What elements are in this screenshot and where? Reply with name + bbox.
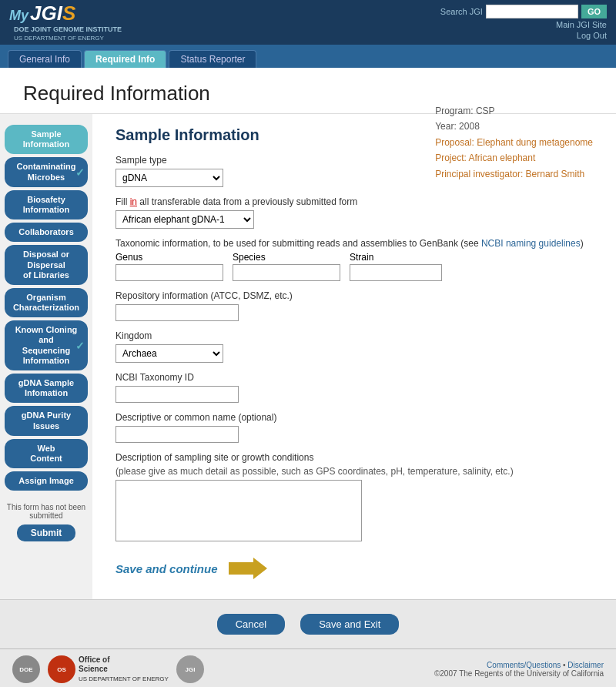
species-field: Species	[233, 252, 340, 281]
logo-area: My JGI S DOE JOINT GENOME INSTITUTE US D…	[9, 2, 122, 42]
ncbi-taxonomy-label: NCBI Taxonomy ID	[116, 372, 593, 383]
sidebar-item-collaborators[interactable]: Collaborators	[5, 223, 88, 242]
strain-input[interactable]	[350, 264, 442, 281]
strain-label: Strain	[350, 252, 442, 263]
program-label: Program:	[435, 106, 473, 116]
sidebar-item-known-cloning[interactable]: Known Cloning andSequencing Information✓	[5, 320, 88, 370]
tab-status-reporter[interactable]: Status Reporter	[169, 50, 256, 68]
tab-required-info[interactable]: Required Info	[84, 50, 166, 68]
content-area: Program: CSP Year: 2008 Proposal: Elepha…	[92, 114, 616, 599]
fill-in-group: Fill in all transferable data from a pre…	[116, 196, 593, 229]
pi-link[interactable]: Principal investigator: Bernard Smith	[435, 169, 584, 179]
sidebar-item-gdna-sample[interactable]: gDNA SampleInfomation	[5, 374, 88, 403]
taxonomy-row: Genus Species Strain	[116, 252, 593, 281]
fill-in-label: Fill in all transferable data from a pre…	[116, 196, 593, 207]
program-value: CSP	[476, 106, 495, 116]
sample-type-select[interactable]: gDNA RNA BAC Library Fosmid Library	[116, 169, 223, 187]
project-value: African elephant	[469, 152, 536, 163]
main-layout: SampleInformation ContaminatingMicrobes✓…	[0, 114, 616, 599]
sampling-label: Description of sampling site or growth c…	[116, 452, 593, 463]
genus-input[interactable]	[116, 264, 223, 281]
kingdom-label: Kingdom	[116, 330, 593, 341]
descriptive-label: Descriptive or common name (optional)	[116, 412, 593, 423]
info-panel: Program: CSP Year: 2008 Proposal: Elepha…	[435, 103, 593, 182]
descriptive-input[interactable]	[116, 426, 239, 443]
search-label: Search JGI	[440, 7, 483, 16]
descriptive-group: Descriptive or common name (optional)	[116, 412, 593, 443]
repository-input[interactable]	[116, 304, 239, 321]
strain-field: Strain	[350, 252, 442, 281]
logout-link[interactable]: Log Out	[577, 31, 607, 40]
ncbi-taxonomy-group: NCBI Taxonomy ID	[116, 372, 593, 403]
bottom-buttons: Cancel Save and Exit	[0, 599, 616, 648]
logo-slash: S	[62, 2, 75, 25]
tab-general-info[interactable]: General Info	[8, 50, 82, 68]
logo-jgi: JGI	[30, 2, 62, 25]
proposal-link[interactable]: Proposal: Elephant dung metagenome	[435, 137, 593, 148]
species-input[interactable]	[233, 264, 340, 281]
save-continue-row: Save and continue	[116, 558, 593, 579]
submit-button[interactable]: Submit	[17, 524, 76, 541]
sidebar-item-organism-characterization[interactable]: OrganismCharacterization	[5, 288, 88, 317]
office-of-science: OS Office ofScience US DEPARTMENT OF ENE…	[48, 655, 169, 683]
genus-label: Genus	[116, 252, 223, 263]
save-continue-link[interactable]: Save and continue	[116, 562, 218, 575]
repository-label: Repository information (ATCC, DSMZ, etc.…	[116, 290, 593, 301]
office-logo: OS	[48, 655, 75, 683]
proposal-value: Elephant dung metagenome	[477, 137, 593, 148]
sidebar-item-biosafety-information[interactable]: BiosafetyInformation	[5, 190, 88, 220]
page-title: Required Information	[23, 82, 593, 106]
footer-logos: DOE OS Office ofScience US DEPARTMENT OF…	[12, 655, 204, 683]
arrow-icon	[229, 558, 267, 579]
disclaimer-link[interactable]: Disclaimer	[567, 661, 604, 669]
pi-value: Bernard Smith	[526, 169, 585, 179]
sidebar-item-gdna-purity[interactable]: gDNA PurityIssues	[5, 406, 88, 435]
sidebar-item-assign-image[interactable]: Assign Image	[5, 471, 88, 491]
svg-marker-0	[229, 558, 267, 579]
comments-link[interactable]: Comments/Questions	[487, 661, 561, 669]
sidebar-item-sample-information[interactable]: SampleInformation	[5, 125, 88, 154]
taxonomy-group: Taxonomic information, to be used for su…	[116, 238, 593, 281]
sampling-textarea[interactable]	[116, 480, 362, 541]
not-submitted-text: This form has not been submitted	[5, 503, 88, 520]
year-value: 2008	[459, 121, 480, 132]
fill-in-select[interactable]: African elephant gDNA-1 Option 2	[116, 210, 254, 229]
logo-my: My	[9, 8, 28, 24]
header-right: Search JGI GO Main JGI Site Log Out	[440, 5, 607, 40]
ncbi-link[interactable]: NCBI naming guidelines	[481, 238, 581, 249]
sidebar-item-web-content[interactable]: WebContent	[5, 439, 88, 468]
search-row: Search JGI GO	[440, 5, 607, 18]
copyright-text: ©2007 The Regents of the University of C…	[434, 669, 604, 678]
cancel-button[interactable]: Cancel	[217, 614, 285, 635]
logo-circle-2: JGI	[176, 655, 204, 683]
main-jgi-site-link[interactable]: Main JGI Site	[556, 20, 607, 29]
office-text: Office ofScience US DEPARTMENT OF ENERGY	[79, 655, 169, 683]
footer: DOE OS Office ofScience US DEPARTMENT OF…	[0, 648, 616, 687]
sidebar-item-disposal-dispersal[interactable]: Disposal or Dispersalof Libraries	[5, 245, 88, 285]
sidebar: SampleInformation ContaminatingMicrobes✓…	[0, 114, 92, 599]
genus-field: Genus	[116, 252, 223, 281]
footer-right: Comments/Questions • Disclaimer ©2007 Th…	[434, 661, 604, 678]
sidebar-item-contaminating-microbes[interactable]: ContaminatingMicrobes✓	[5, 157, 88, 186]
sampling-group: Description of sampling site or growth c…	[116, 452, 593, 544]
logo-circle-1: DOE	[12, 655, 40, 683]
save-exit-button[interactable]: Save and Exit	[300, 614, 399, 635]
repository-group: Repository information (ATCC, DSMZ, etc.…	[116, 290, 593, 321]
project-link[interactable]: Project: African elephant	[435, 152, 535, 163]
kingdom-select[interactable]: Archaea Bacteria Eukaryota Viruses	[116, 344, 223, 363]
sampling-sublabel: (please give as much detail as possible,…	[116, 466, 593, 477]
pi-label: Principal investigator:	[435, 169, 523, 179]
search-input[interactable]	[486, 5, 578, 18]
species-label: Species	[233, 252, 340, 263]
taxonomy-label: Taxonomic information, to be used for su…	[116, 238, 593, 249]
nav-tabs: General Info Required Info Status Report…	[0, 45, 616, 68]
project-label: Project:	[435, 152, 467, 163]
logo-subtitle: DOE JOINT GENOME INSTITUTE US DEPARTMENT…	[14, 25, 122, 42]
header: My JGI S DOE JOINT GENOME INSTITUTE US D…	[0, 0, 616, 45]
kingdom-group: Kingdom Archaea Bacteria Eukaryota Virus…	[116, 330, 593, 363]
proposal-label: Proposal:	[435, 137, 474, 148]
year-label: Year:	[435, 121, 457, 132]
go-button[interactable]: GO	[581, 5, 607, 18]
ncbi-taxonomy-input[interactable]	[116, 386, 239, 403]
sidebar-bottom: This form has not been submitted Submit	[0, 503, 92, 541]
